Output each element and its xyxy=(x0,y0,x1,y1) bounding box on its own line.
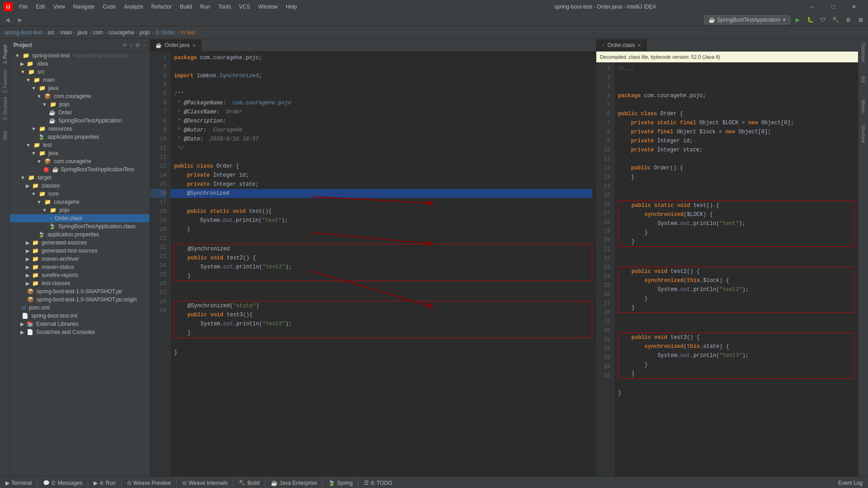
sync-icon[interactable]: ⟳ xyxy=(123,42,127,48)
sidebar-database[interactable]: Database xyxy=(859,39,868,66)
run-config-selector[interactable]: ☕ SpringBootTestApplication ▼ xyxy=(704,15,790,24)
tab-close-icon[interactable]: ✕ xyxy=(192,43,196,48)
close-panel-icon[interactable]: − xyxy=(143,42,146,48)
tree-target-props[interactable]: 🍃 application.properties xyxy=(10,230,150,239)
sidebar-structure[interactable]: Structure xyxy=(859,120,868,147)
todo-button[interactable]: ☰ 6: TODO xyxy=(360,479,396,487)
tree-ext-libs[interactable]: ▶ 📚 External Libraries xyxy=(10,320,150,328)
run-button[interactable]: ▶ xyxy=(792,14,803,25)
maximize-button[interactable]: □ xyxy=(823,0,844,14)
sidebar-item-project[interactable]: 1: Project xyxy=(0,41,10,68)
menu-file[interactable]: File xyxy=(15,2,31,12)
breadcrumb-order[interactable]: ⊙ Order xyxy=(155,29,175,36)
menu-navigate[interactable]: Navigate xyxy=(70,2,98,12)
weave-internals-button[interactable]: ⊙ Weave Internals xyxy=(179,479,231,487)
tree-pojo[interactable]: ▼ 📁 pojo xyxy=(10,100,150,108)
tree-test-classes[interactable]: ▶ 📁 test-classes xyxy=(10,279,150,287)
tab-order-java[interactable]: ☕ Order.java ✕ xyxy=(150,39,202,51)
tree-order-class[interactable]: ○ Order.class xyxy=(10,214,150,222)
tree-springbootapp[interactable]: ☕ SpringBootTestApplication xyxy=(10,117,150,125)
run-panel-button[interactable]: ▶ 4: Run xyxy=(90,479,119,487)
breadcrumb-couragehe[interactable]: couragehe xyxy=(108,29,134,36)
tree-resources[interactable]: ▼ 📁 resources xyxy=(10,125,150,133)
weave-preview-button[interactable]: ⊙ Weave Preview xyxy=(123,479,175,487)
tree-main[interactable]: ▼ 📁 main xyxy=(10,76,150,84)
sidebar-ant[interactable]: Ant xyxy=(859,66,868,93)
breadcrumb-main[interactable]: main xyxy=(60,29,72,36)
tree-maven-status[interactable]: ▶ 📁 maven-status xyxy=(10,263,150,271)
breadcrumb-test[interactable]: m test xyxy=(181,29,196,36)
menu-run[interactable]: Run xyxy=(197,2,214,12)
code-content[interactable]: package com.couragehe.pojo; import lombo… xyxy=(170,52,596,476)
tree-pom[interactable]: m pom.xml xyxy=(10,304,150,312)
right-code-content[interactable]: //... package com.couragehe.pojo; public… xyxy=(614,62,858,476)
tree-src[interactable]: ▼ 📁 src xyxy=(10,68,150,76)
tree-jar[interactable]: 📦 spring-boot-test-1.0-SNAPSHOT.jar xyxy=(10,287,150,296)
coverage-button[interactable]: 🛡 xyxy=(817,14,828,25)
collapse-icon[interactable]: ↕ xyxy=(130,42,132,48)
tree-springboottest[interactable]: 🔴 ☕ SpringBootTestApplicationTest xyxy=(10,165,150,174)
tree-root[interactable]: ▼ 📁 spring-boot-test F:\java\Test\spring… xyxy=(10,52,150,60)
debug-button[interactable]: 🐛 xyxy=(805,14,816,25)
tree-gen-sources[interactable]: ▶ 📁 generated-sources xyxy=(10,239,150,247)
tree-gen-test-sources[interactable]: ▶ 📁 generated-test-sources xyxy=(10,247,150,255)
tree-idea[interactable]: ▶ 📁 .idea xyxy=(10,60,150,68)
sidebar-maven[interactable]: Maven xyxy=(859,93,868,120)
menu-window[interactable]: Window xyxy=(255,2,281,12)
tree-scratches[interactable]: ▶ 📄 Scratches and Consoles xyxy=(10,328,150,336)
breadcrumb-com[interactable]: com xyxy=(93,29,103,36)
tree-classes-com[interactable]: ▼ 📁 com xyxy=(10,190,150,198)
close-button[interactable]: ✕ xyxy=(844,0,864,14)
tree-order[interactable]: ☕ Order xyxy=(10,108,150,117)
settings-button[interactable]: ⚙ xyxy=(843,14,854,25)
breadcrumb-pojo[interactable]: pojo xyxy=(140,29,150,36)
messages-button[interactable]: 💬 0: Messages xyxy=(39,479,86,487)
breadcrumb-project[interactable]: spring-boot-test xyxy=(5,29,42,36)
tree-iml[interactable]: 📄 spring-boot-test.iml xyxy=(10,312,150,320)
tree-springboot-class[interactable]: 🍃 SpringBootTestApplication.class xyxy=(10,222,150,230)
tree-surefire[interactable]: ▶ 📁 surefire-reports xyxy=(10,271,150,279)
menu-help[interactable]: Help xyxy=(282,2,301,12)
menu-refactor[interactable]: Refactor xyxy=(148,2,175,12)
forward-button[interactable]: ▶ xyxy=(14,14,25,25)
tree-test-java[interactable]: ▼ 📁 java xyxy=(10,149,150,157)
spring-button[interactable]: 🍃 Spring xyxy=(325,479,356,487)
tree-couragehe[interactable]: ▼ 📦 com.couragehe xyxy=(10,92,150,100)
sidebar-item-structure[interactable]: 3: Structure xyxy=(0,95,10,122)
menu-code[interactable]: Code xyxy=(99,2,119,12)
tree-classes-couragehe[interactable]: ▼ 📁 couragehe xyxy=(10,198,150,206)
menu-tools[interactable]: Tools xyxy=(215,2,235,12)
event-log-button[interactable]: Event Log xyxy=(835,479,866,487)
tree-test-couragehe[interactable]: ▼ 📦 com.couragehe xyxy=(10,157,150,165)
build-button[interactable]: 🔨 xyxy=(830,14,841,25)
left-sidebar-icons: 1: Project 2: Favorites 3: Structure Web xyxy=(0,39,10,476)
tab-class-close[interactable]: ✕ xyxy=(637,43,641,48)
layout-button[interactable]: ⊞ xyxy=(855,14,866,25)
settings-icon[interactable]: ⚙ xyxy=(135,42,140,48)
sidebar-item-web[interactable]: Web xyxy=(0,122,10,149)
tree-target[interactable]: ▼ 📁 target xyxy=(10,174,150,182)
tree-classes-pojo[interactable]: ▼ 📁 pojo xyxy=(10,206,150,214)
tab-order-class[interactable]: ○ Order.class ✕ xyxy=(596,39,647,51)
menu-analyze[interactable]: Analyze xyxy=(120,2,147,12)
back-button[interactable]: ◀ xyxy=(2,14,13,25)
tree-java[interactable]: ▼ 📁 java xyxy=(10,84,150,92)
tree-app-props[interactable]: 🍃 application.properties xyxy=(10,133,150,141)
sidebar-item-favorites[interactable]: 2: Favorites xyxy=(0,68,10,95)
menu-build[interactable]: Build xyxy=(176,2,196,12)
java-enterprise-button[interactable]: ☕ Java Enterprise xyxy=(267,479,321,487)
menu-view[interactable]: View xyxy=(50,2,69,12)
tree-jar-origin[interactable]: 📦 spring-boot-test-1.0-SNAPSHOT.jar.orig… xyxy=(10,296,150,304)
breadcrumb-src[interactable]: src xyxy=(47,29,55,36)
tree-test[interactable]: ▼ 📁 test xyxy=(10,141,150,149)
minimize-button[interactable]: ─ xyxy=(802,0,823,14)
code-editor[interactable]: 12345 678910 1112131415 1617181920 21222… xyxy=(150,52,596,476)
menu-edit[interactable]: Edit xyxy=(32,2,49,12)
menu-vcs[interactable]: VCS xyxy=(236,2,254,12)
tree-classes[interactable]: ▶ 📁 classes xyxy=(10,182,150,190)
build-panel-button[interactable]: 🔨 Build xyxy=(235,479,263,487)
right-code[interactable]: 12345 678910 1112131415 1617181920 21222… xyxy=(596,62,858,476)
terminal-button[interactable]: ▶ Terminal xyxy=(2,479,35,487)
tree-maven-archiver[interactable]: ▶ 📁 maven-archiver xyxy=(10,255,150,263)
breadcrumb-java[interactable]: java xyxy=(77,29,87,36)
